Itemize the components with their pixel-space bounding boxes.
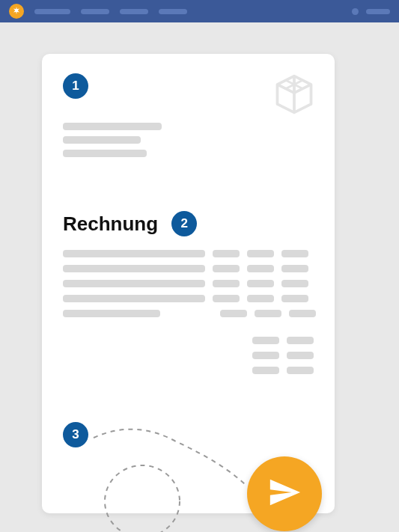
table-cell	[252, 367, 279, 374]
step-badge-3: 3	[63, 422, 88, 447]
step-badge-2-label: 2	[180, 216, 187, 231]
table-cell	[213, 265, 240, 272]
step-badge-3-label: 3	[72, 427, 79, 442]
step-badge-1-label: 1	[72, 79, 79, 94]
table-cell	[247, 295, 274, 302]
nav-items-right	[352, 8, 390, 15]
table-cell	[281, 250, 308, 257]
table-cell	[252, 352, 279, 359]
table-cell	[63, 310, 160, 317]
send-button[interactable]	[247, 456, 322, 531]
totals-row	[252, 352, 314, 359]
table-row	[63, 295, 314, 302]
step-badge-1: 1	[63, 73, 88, 99]
totals-block	[252, 337, 314, 382]
nav-item[interactable]	[81, 9, 109, 14]
table-cell	[281, 295, 308, 302]
invoice-document: 1 Rechnung 2	[42, 54, 335, 513]
table-cell	[247, 265, 274, 272]
table-cell	[255, 310, 281, 317]
table-cell	[63, 265, 205, 272]
stage: 1 Rechnung 2	[0, 22, 399, 532]
table-cell	[287, 337, 314, 344]
table-cell	[281, 280, 308, 287]
step-badge-2: 2	[171, 211, 197, 236]
totals-row	[252, 367, 314, 374]
address-block	[63, 123, 162, 163]
table-cell	[213, 250, 240, 257]
app-logo	[9, 4, 24, 19]
totals-row	[252, 337, 314, 344]
table-cell	[220, 310, 247, 317]
cube-icon	[272, 72, 317, 117]
nav-item[interactable]	[120, 9, 148, 14]
table-cell	[287, 367, 314, 374]
document-title-row: Rechnung 2	[63, 211, 197, 236]
top-navigation-bar	[0, 0, 399, 22]
document-title: Rechnung	[63, 213, 158, 236]
nav-items-left	[34, 9, 341, 14]
table-cell	[289, 310, 316, 317]
table-cell	[213, 295, 240, 302]
nav-item[interactable]	[34, 9, 70, 14]
table-cell	[252, 337, 279, 344]
table-row	[63, 250, 314, 257]
table-cell	[63, 280, 205, 287]
table-row	[63, 280, 314, 287]
nav-item[interactable]	[159, 9, 187, 14]
line-items-table	[63, 250, 314, 325]
asterisk-icon	[12, 4, 21, 18]
table-cell	[247, 280, 274, 287]
table-row	[63, 310, 314, 317]
table-cell	[247, 250, 274, 257]
paper-plane-icon	[267, 475, 302, 513]
address-line	[63, 150, 147, 157]
table-cell	[287, 352, 314, 359]
table-cell	[63, 295, 205, 302]
table-cell	[63, 250, 205, 257]
table-cell	[213, 280, 240, 287]
address-line	[63, 136, 141, 144]
table-cell	[281, 265, 308, 272]
table-row	[63, 265, 314, 272]
address-line	[63, 123, 162, 130]
nav-avatar[interactable]	[352, 8, 359, 15]
nav-item[interactable]	[366, 9, 390, 14]
